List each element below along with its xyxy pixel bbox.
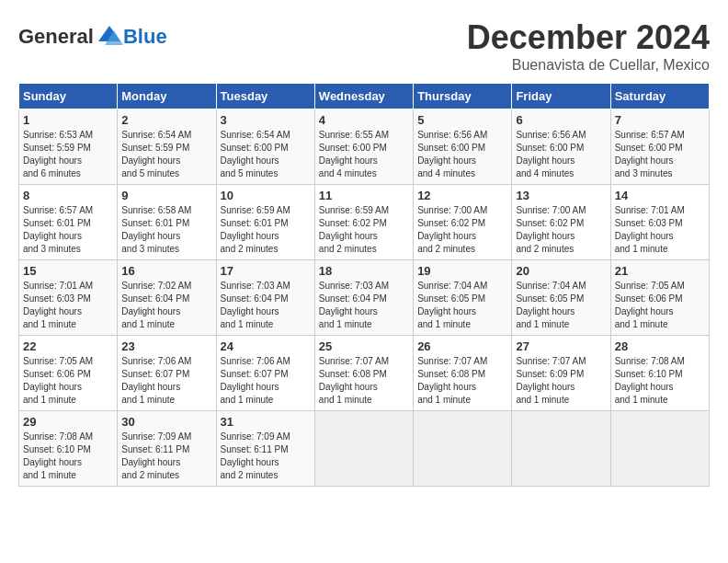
day-number: 8 [23,189,113,202]
day-info: Sunrise: 6:56 AM Sunset: 6:00 PM Dayligh… [417,129,507,180]
calendar-cell: 25 Sunrise: 7:07 AM Sunset: 6:08 PM Dayl… [314,336,413,411]
calendar-cell: 28 Sunrise: 7:08 AM Sunset: 6:10 PM Dayl… [610,336,709,411]
col-wednesday: Wednesday [314,84,413,109]
calendar-cell: 29 Sunrise: 7:08 AM Sunset: 6:10 PM Dayl… [19,411,118,487]
logo-blue: Blue [123,25,167,49]
day-number: 11 [319,189,409,202]
col-friday: Friday [512,84,610,109]
day-info: Sunrise: 7:01 AM Sunset: 6:03 PM Dayligh… [23,280,113,331]
day-info: Sunrise: 7:02 AM Sunset: 6:04 PM Dayligh… [121,280,211,331]
calendar-cell: 30 Sunrise: 7:09 AM Sunset: 6:11 PM Dayl… [118,411,216,487]
day-info: Sunrise: 7:07 AM Sunset: 6:09 PM Dayligh… [516,355,606,407]
day-number: 20 [516,264,606,278]
day-info: Sunrise: 7:06 AM Sunset: 6:07 PM Dayligh… [221,355,311,407]
calendar-cell: 7 Sunrise: 6:57 AM Sunset: 6:00 PM Dayli… [610,109,709,185]
day-info: Sunrise: 7:04 AM Sunset: 6:05 PM Dayligh… [516,280,606,331]
day-number: 1 [23,113,113,127]
calendar-cell: 31 Sunrise: 7:09 AM Sunset: 6:11 PM Dayl… [216,411,314,487]
col-monday: Monday [118,84,216,109]
calendar-cell: 8 Sunrise: 6:57 AM Sunset: 6:01 PM Dayli… [19,185,118,260]
day-number: 2 [121,113,211,127]
calendar-table: Sunday Monday Tuesday Wednesday Thursday… [18,83,710,487]
calendar-cell: 19 Sunrise: 7:04 AM Sunset: 6:05 PM Dayl… [414,260,512,336]
calendar-cell: 9 Sunrise: 6:58 AM Sunset: 6:01 PM Dayli… [118,185,216,260]
calendar-cell: 10 Sunrise: 6:59 AM Sunset: 6:01 PM Dayl… [216,185,314,260]
calendar-week-5: 29 Sunrise: 7:08 AM Sunset: 6:10 PM Dayl… [19,411,710,487]
calendar-cell: 14 Sunrise: 7:01 AM Sunset: 6:03 PM Dayl… [610,185,709,260]
calendar-cell [512,411,610,487]
calendar-cell [314,411,413,487]
page-header: General Blue December 2024 Buenavista de… [18,18,710,74]
calendar-cell: 15 Sunrise: 7:01 AM Sunset: 6:03 PM Dayl… [19,260,118,336]
day-info: Sunrise: 6:58 AM Sunset: 6:01 PM Dayligh… [121,204,211,256]
day-number: 27 [516,339,606,353]
day-number: 4 [319,113,409,127]
day-info: Sunrise: 6:56 AM Sunset: 6:00 PM Dayligh… [516,129,606,180]
day-number: 12 [417,189,507,202]
day-info: Sunrise: 7:09 AM Sunset: 6:11 PM Dayligh… [121,431,211,482]
day-info: Sunrise: 6:54 AM Sunset: 6:00 PM Dayligh… [221,129,311,180]
logo-icon [96,23,123,51]
day-number: 7 [615,113,705,127]
calendar-cell: 18 Sunrise: 7:03 AM Sunset: 6:04 PM Dayl… [314,260,413,336]
day-number: 10 [221,189,311,202]
col-saturday: Saturday [610,84,709,109]
calendar-cell: 5 Sunrise: 6:56 AM Sunset: 6:00 PM Dayli… [414,109,512,185]
day-info: Sunrise: 6:54 AM Sunset: 5:59 PM Dayligh… [121,129,211,180]
day-number: 5 [417,113,507,127]
day-info: Sunrise: 7:05 AM Sunset: 6:06 PM Dayligh… [23,355,113,407]
calendar-week-3: 15 Sunrise: 7:01 AM Sunset: 6:03 PM Dayl… [19,260,710,336]
day-number: 24 [221,339,311,353]
day-number: 13 [516,189,606,202]
title-area: December 2024 Buenavista de Cuellar, Mex… [467,18,710,74]
logo: General Blue [18,23,167,51]
calendar-cell: 22 Sunrise: 7:05 AM Sunset: 6:06 PM Dayl… [19,336,118,411]
month-title: December 2024 [467,18,710,57]
day-info: Sunrise: 7:07 AM Sunset: 6:08 PM Dayligh… [417,355,507,407]
calendar-cell: 4 Sunrise: 6:55 AM Sunset: 6:00 PM Dayli… [314,109,413,185]
day-info: Sunrise: 6:55 AM Sunset: 6:00 PM Dayligh… [319,129,409,180]
day-info: Sunrise: 7:04 AM Sunset: 6:05 PM Dayligh… [417,280,507,331]
day-number: 14 [615,189,705,202]
calendar-cell [610,411,709,487]
day-number: 17 [221,264,311,278]
calendar-cell: 24 Sunrise: 7:06 AM Sunset: 6:07 PM Dayl… [216,336,314,411]
col-sunday: Sunday [19,84,118,109]
day-info: Sunrise: 7:08 AM Sunset: 6:10 PM Dayligh… [23,431,113,482]
calendar-cell: 23 Sunrise: 7:06 AM Sunset: 6:07 PM Dayl… [118,336,216,411]
day-info: Sunrise: 6:59 AM Sunset: 6:02 PM Dayligh… [319,204,409,256]
calendar-cell: 3 Sunrise: 6:54 AM Sunset: 6:00 PM Dayli… [216,109,314,185]
day-info: Sunrise: 7:03 AM Sunset: 6:04 PM Dayligh… [221,280,311,331]
calendar-week-1: 1 Sunrise: 6:53 AM Sunset: 5:59 PM Dayli… [19,109,710,185]
calendar-cell: 6 Sunrise: 6:56 AM Sunset: 6:00 PM Dayli… [512,109,610,185]
day-number: 22 [23,339,113,353]
calendar-cell [414,411,512,487]
day-info: Sunrise: 7:06 AM Sunset: 6:07 PM Dayligh… [121,355,211,407]
day-info: Sunrise: 7:01 AM Sunset: 6:03 PM Dayligh… [615,204,705,256]
day-info: Sunrise: 6:59 AM Sunset: 6:01 PM Dayligh… [221,204,311,256]
day-number: 26 [417,339,507,353]
day-info: Sunrise: 7:09 AM Sunset: 6:11 PM Dayligh… [221,431,311,482]
calendar-cell: 1 Sunrise: 6:53 AM Sunset: 5:59 PM Dayli… [19,109,118,185]
day-number: 31 [221,415,311,429]
col-thursday: Thursday [414,84,512,109]
day-info: Sunrise: 7:03 AM Sunset: 6:04 PM Dayligh… [319,280,409,331]
location-subtitle: Buenavista de Cuellar, Mexico [467,57,710,74]
day-number: 23 [121,339,211,353]
day-info: Sunrise: 6:57 AM Sunset: 6:00 PM Dayligh… [615,129,705,180]
day-info: Sunrise: 7:00 AM Sunset: 6:02 PM Dayligh… [417,204,507,256]
calendar-week-4: 22 Sunrise: 7:05 AM Sunset: 6:06 PM Dayl… [19,336,710,411]
day-info: Sunrise: 7:08 AM Sunset: 6:10 PM Dayligh… [615,355,705,407]
calendar-header-row: Sunday Monday Tuesday Wednesday Thursday… [19,84,710,109]
day-number: 28 [615,339,705,353]
day-info: Sunrise: 6:53 AM Sunset: 5:59 PM Dayligh… [23,129,113,180]
calendar-cell: 13 Sunrise: 7:00 AM Sunset: 6:02 PM Dayl… [512,185,610,260]
day-number: 21 [615,264,705,278]
day-number: 15 [23,264,113,278]
day-number: 18 [319,264,409,278]
day-info: Sunrise: 7:07 AM Sunset: 6:08 PM Dayligh… [319,355,409,407]
day-number: 19 [417,264,507,278]
logo-general: General [18,25,94,49]
calendar-cell: 2 Sunrise: 6:54 AM Sunset: 5:59 PM Dayli… [118,109,216,185]
day-number: 9 [121,189,211,202]
